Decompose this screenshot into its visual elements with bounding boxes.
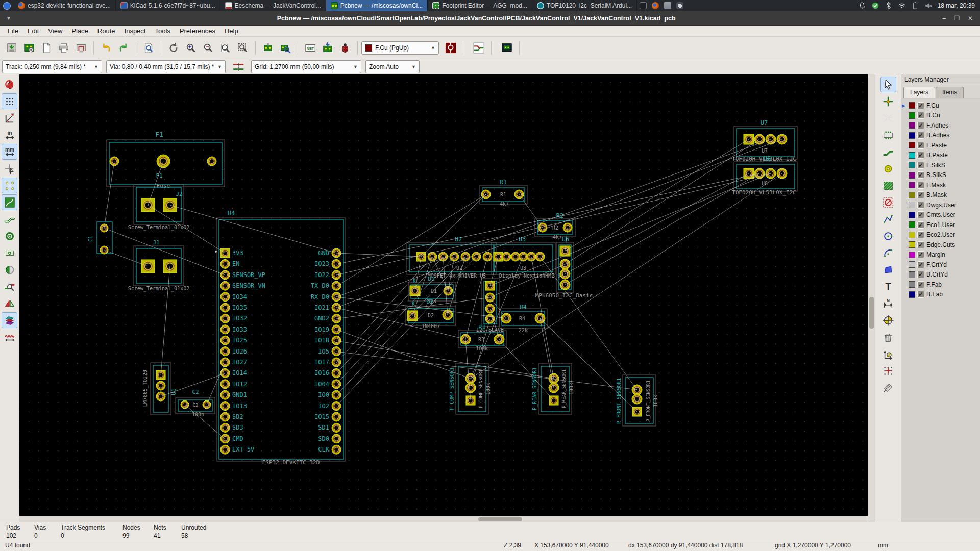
board-setup-button[interactable]: [21, 40, 37, 56]
maximize-button[interactable]: ❐: [954, 15, 960, 22]
notifications-bell-icon[interactable]: [858, 2, 866, 10]
layer-swatch[interactable]: [909, 281, 915, 288]
layer-row-B.Cu[interactable]: ✓ B.Cu: [902, 111, 980, 121]
tab-items[interactable]: Items: [936, 87, 964, 98]
updates-ok-icon[interactable]: [871, 2, 879, 10]
layer-visibility-checkbox[interactable]: ✓: [917, 132, 924, 139]
layer-visibility-checkbox[interactable]: ✓: [917, 102, 924, 109]
high-contrast-button[interactable]: [2, 262, 17, 278]
menu-help[interactable]: Help: [220, 26, 243, 36]
load-netlist-button[interactable]: NET: [302, 40, 318, 56]
add-polygon-button[interactable]: [880, 262, 896, 278]
layer-visibility-checkbox[interactable]: ✓: [917, 251, 924, 258]
layer-row-Margin[interactable]: ✓ Margin: [902, 250, 980, 260]
layer-visibility-checkbox[interactable]: ✓: [917, 291, 924, 298]
layer-row-F.Paste[interactable]: ✓ F.Paste: [902, 140, 980, 151]
layer-row-B.Fab[interactable]: ✓ B.Fab: [902, 290, 980, 300]
volume-muted-icon[interactable]: [924, 2, 933, 10]
add-zone-button[interactable]: [880, 178, 896, 193]
layer-selector[interactable]: F.Cu (PgUp) ▼: [361, 41, 439, 55]
add-line-button[interactable]: [880, 211, 896, 227]
footprint-viewer-button[interactable]: [277, 40, 293, 56]
layer-swatch[interactable]: [909, 271, 915, 278]
menu-edit[interactable]: Edit: [23, 26, 43, 36]
sketch-tracks-button[interactable]: [2, 211, 17, 227]
units-inches-button[interactable]: in: [2, 127, 17, 143]
hscroll-thumb[interactable]: [478, 517, 522, 521]
horizontal-scrollbar[interactable]: [19, 516, 868, 522]
grid-origin-button[interactable]: [880, 363, 896, 379]
window-menu-icon[interactable]: ▼: [0, 15, 17, 21]
bluetooth-icon[interactable]: [885, 2, 893, 10]
highlight-net-button[interactable]: [880, 93, 896, 109]
microwave-tools-button[interactable]: [2, 329, 17, 345]
add-via-button[interactable]: [880, 161, 896, 177]
layer-swatch[interactable]: [909, 241, 915, 248]
layer-visibility-checkbox[interactable]: ✓: [917, 142, 924, 149]
place-origin-button[interactable]: [880, 346, 896, 362]
layer-swatch[interactable]: [909, 102, 915, 109]
layer-swatch[interactable]: [909, 152, 915, 159]
layer-swatch[interactable]: [909, 212, 915, 218]
layer-visibility-checkbox[interactable]: ✓: [917, 271, 924, 278]
layer-visibility-checkbox[interactable]: ✓: [917, 191, 924, 198]
layer-row-F.Adhes[interactable]: ✓ F.Adhes: [902, 120, 980, 131]
auto-track-width-icon[interactable]: [230, 59, 247, 75]
layer-swatch[interactable]: [909, 232, 915, 238]
contrast-magnifier-button[interactable]: [2, 279, 17, 294]
sketch-pads-button[interactable]: [2, 245, 17, 261]
taskbar-window-3[interactable]: Pcbnew — /miscosas/ownCl...: [326, 0, 428, 11]
layer-visibility-checkbox[interactable]: ✓: [917, 202, 924, 209]
pcb-canvas[interactable]: F1F1FuseJ2Screw_Terminal_01x02J1Screw_Te…: [19, 74, 868, 516]
layer-swatch[interactable]: [909, 182, 915, 188]
grid-visibility-button[interactable]: [2, 93, 17, 109]
save-button[interactable]: [4, 40, 20, 56]
minimize-button[interactable]: –: [942, 15, 946, 22]
layer-swatch[interactable]: [909, 291, 915, 298]
menu-view[interactable]: View: [43, 26, 67, 36]
add-dimension-button[interactable]: N: [880, 295, 896, 311]
delete-tool-button[interactable]: [880, 329, 896, 345]
local-ratsnest-button[interactable]: [880, 110, 896, 126]
layer-row-B.CrtYd[interactable]: ✓ B.CrtYd: [902, 270, 980, 280]
layer-visibility-checkbox[interactable]: ✓: [917, 162, 924, 169]
layer-row-F.Fab[interactable]: ✓ F.Fab: [902, 280, 980, 290]
zoom-selection-button[interactable]: [235, 40, 251, 56]
layer-row-F.CrtYd[interactable]: ✓ F.CrtYd: [902, 260, 980, 270]
taskbar-window-5[interactable]: TOF10120_i2c_SerialM Ardui...: [532, 0, 637, 11]
undo-button[interactable]: [98, 40, 114, 56]
layer-swatch[interactable]: [909, 142, 915, 148]
layer-row-B.Paste[interactable]: ✓ B.Paste: [902, 151, 980, 161]
route-mode-button[interactable]: [471, 40, 487, 56]
layer-swatch[interactable]: [909, 221, 915, 228]
layer-row-B.Mask[interactable]: ✓ B.Mask: [902, 190, 980, 201]
sketch-vias-button[interactable]: [2, 228, 17, 244]
add-keepout-button[interactable]: [880, 194, 896, 210]
redo-button[interactable]: [115, 40, 132, 56]
layer-row-Dwgs.User[interactable]: ✓ Dwgs.User: [902, 200, 980, 210]
layers-manager-toggle-button[interactable]: [2, 312, 17, 328]
drc-off-button[interactable]: [2, 77, 17, 92]
clock[interactable]: 18 mar, 20:39: [938, 2, 975, 9]
layer-visibility-checkbox[interactable]: ✓: [917, 112, 924, 119]
add-arc-button[interactable]: [880, 245, 896, 261]
drc-button[interactable]: [337, 40, 353, 56]
layer-swatch[interactable]: [909, 252, 915, 258]
polar-coords-button[interactable]: θ: [2, 110, 17, 126]
layer-swatch[interactable]: [909, 112, 915, 119]
layer-visibility-checkbox[interactable]: ✓: [917, 261, 924, 268]
layer-visibility-checkbox[interactable]: ✓: [917, 122, 924, 129]
layer-swatch[interactable]: [909, 162, 915, 168]
layer-row-F.Mask[interactable]: ✓ F.Mask: [902, 180, 980, 190]
layer-swatch[interactable]: [909, 261, 915, 268]
taskbar-window-4[interactable]: Footprint Editor — AGG_mod...: [428, 0, 532, 11]
zoom-fit-button[interactable]: [217, 40, 234, 56]
redraw-button[interactable]: [165, 40, 182, 56]
applications-menu-icon[interactable]: [0, 0, 13, 11]
menu-place[interactable]: Place: [67, 26, 93, 36]
layer-row-B.Adhes[interactable]: ✓ B.Adhes: [902, 131, 980, 141]
zoom-out-button[interactable]: [200, 40, 216, 56]
vertical-scrollbar[interactable]: [868, 74, 875, 522]
show-ratsnest-button[interactable]: [2, 178, 17, 193]
close-button[interactable]: ✕: [968, 15, 973, 22]
